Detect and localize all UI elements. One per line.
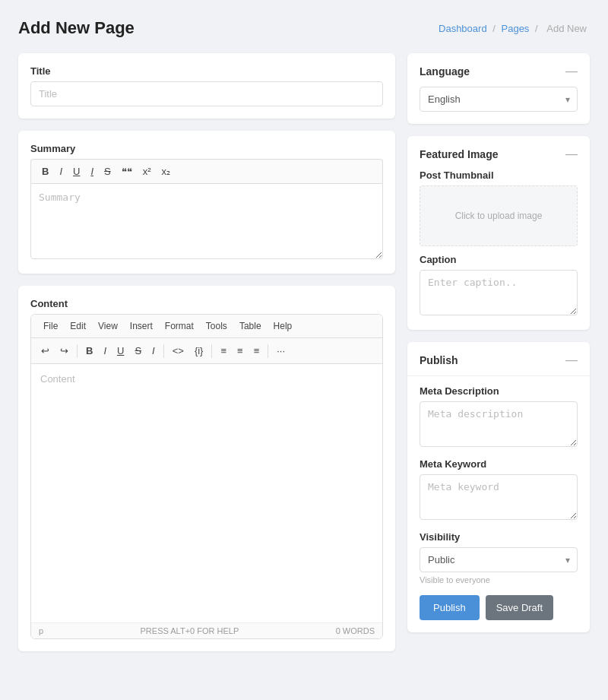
menu-help[interactable]: Help bbox=[268, 318, 299, 334]
content-bold-button[interactable]: B bbox=[82, 343, 97, 359]
language-toggle[interactable]: — bbox=[565, 65, 578, 78]
menu-insert[interactable]: Insert bbox=[124, 318, 159, 334]
featured-image-section-title: Featured Image bbox=[420, 148, 498, 160]
left-panel: Title Summary B I U I S ❝❝ x² x₂ bbox=[18, 53, 395, 651]
content-more-button[interactable]: ··· bbox=[273, 343, 289, 359]
summary-quote-button[interactable]: ❝❝ bbox=[119, 164, 135, 179]
title-label: Title bbox=[30, 65, 383, 77]
breadcrumb: Dashboard / Pages / Add New bbox=[439, 23, 590, 34]
content-footer: p PRESS ALT+0 FOR HELP 0 WORDS bbox=[31, 622, 382, 638]
breadcrumb-pages[interactable]: Pages bbox=[502, 23, 530, 34]
menu-edit[interactable]: Edit bbox=[64, 318, 92, 334]
content-word-count: 0 WORDS bbox=[336, 626, 375, 635]
publish-section-header: Publish — bbox=[420, 354, 578, 366]
right-panel: Language — English Spanish French German… bbox=[407, 53, 590, 632]
toolbar-sep-4 bbox=[268, 344, 268, 358]
language-section-title: Language bbox=[420, 65, 470, 78]
upload-image-text: Click to upload image bbox=[455, 211, 543, 221]
menu-view[interactable]: View bbox=[92, 318, 124, 334]
publish-toggle[interactable]: — bbox=[565, 354, 578, 366]
summary-subscript-button[interactable]: x₂ bbox=[159, 164, 174, 179]
visibility-select[interactable]: Public Private Password Protected bbox=[420, 547, 578, 572]
summary-bold-button[interactable]: B bbox=[39, 164, 52, 179]
featured-image-card: Featured Image — Post Thumbnail Click to… bbox=[407, 136, 590, 330]
publish-actions: Publish Save Draft bbox=[420, 595, 578, 620]
caption-label: Caption bbox=[420, 254, 578, 265]
toolbar-sep-1 bbox=[77, 344, 78, 358]
menu-table[interactable]: Table bbox=[233, 318, 268, 334]
publish-card: Publish — Meta Description Meta Keyword … bbox=[407, 342, 590, 632]
content-underline-button[interactable]: U bbox=[113, 343, 128, 359]
page-title: Add New Page bbox=[18, 18, 135, 38]
post-thumbnail-label: Post Thumbnail bbox=[420, 169, 578, 181]
content-undo-button[interactable]: ↩ bbox=[37, 343, 53, 359]
summary-toolbar: B I U I S ❝❝ x² x₂ bbox=[30, 159, 383, 183]
page-wrapper: Add New Page Dashboard / Pages / Add New… bbox=[0, 0, 608, 670]
summary-underline-button[interactable]: U bbox=[70, 164, 83, 179]
caption-textarea[interactable] bbox=[420, 270, 578, 315]
summary-label: Summary bbox=[30, 143, 383, 154]
content-code-button[interactable]: <> bbox=[169, 343, 188, 359]
publish-section-title: Publish bbox=[420, 354, 458, 366]
content-toolbar: ↩ ↪ B I U S I <> {i} ≡ ≡ ≡ bbox=[31, 338, 382, 364]
page-header: Add New Page Dashboard / Pages / Add New bbox=[18, 18, 590, 38]
toolbar-sep-3 bbox=[211, 344, 212, 358]
breadcrumb-dashboard[interactable]: Dashboard bbox=[439, 23, 487, 34]
save-draft-button[interactable]: Save Draft bbox=[486, 595, 553, 620]
language-select-wrapper: English Spanish French German bbox=[420, 87, 578, 112]
content-align-right-button[interactable]: ≡ bbox=[250, 343, 264, 359]
content-strike-button[interactable]: S bbox=[131, 343, 145, 359]
meta-keyword-label: Meta Keyword bbox=[420, 458, 578, 470]
visibility-select-wrapper: Public Private Password Protected bbox=[420, 547, 578, 572]
content-italic2-button[interactable]: I bbox=[148, 343, 159, 359]
publish-button[interactable]: Publish bbox=[420, 595, 480, 620]
meta-description-textarea[interactable] bbox=[420, 401, 578, 447]
summary-textarea[interactable] bbox=[30, 183, 383, 259]
content-footer-help: PRESS ALT+0 FOR HELP bbox=[141, 626, 239, 635]
summary-superscript-button[interactable]: x² bbox=[140, 164, 154, 179]
main-layout: Title Summary B I U I S ❝❝ x² x₂ bbox=[18, 53, 590, 651]
summary-strikethrough-button[interactable]: S bbox=[101, 164, 114, 179]
meta-description-label: Meta Description bbox=[420, 385, 578, 397]
content-placeholder: Content bbox=[40, 373, 75, 385]
menu-file[interactable]: File bbox=[37, 318, 64, 334]
toolbar-sep-2 bbox=[163, 344, 164, 358]
meta-keyword-textarea[interactable] bbox=[420, 474, 578, 520]
content-redo-button[interactable]: ↪ bbox=[56, 343, 72, 359]
title-input[interactable] bbox=[30, 81, 383, 106]
content-code-block-button[interactable]: {i} bbox=[191, 343, 207, 359]
content-align-center-button[interactable]: ≡ bbox=[233, 343, 247, 359]
content-editable-area[interactable]: Content bbox=[31, 364, 382, 622]
content-label: Content bbox=[30, 298, 383, 309]
summary-italic-button[interactable]: I bbox=[56, 164, 65, 179]
featured-image-section-header: Featured Image — bbox=[420, 148, 578, 160]
visibility-note: Visible to everyone bbox=[420, 575, 578, 584]
menu-format[interactable]: Format bbox=[159, 318, 200, 334]
breadcrumb-current: Add New bbox=[546, 23, 587, 34]
content-card: Content File Edit View Insert Format Too… bbox=[18, 286, 395, 651]
language-section-header: Language — bbox=[420, 65, 578, 78]
menu-tools[interactable]: Tools bbox=[200, 318, 233, 334]
content-align-left-button[interactable]: ≡ bbox=[217, 343, 230, 359]
summary-card: Summary B I U I S ❝❝ x² x₂ bbox=[18, 131, 395, 274]
visibility-label: Visibility bbox=[420, 531, 578, 543]
language-select[interactable]: English Spanish French German bbox=[420, 87, 578, 112]
content-italic-button[interactable]: I bbox=[100, 343, 110, 359]
content-editor-wrapper: File Edit View Insert Format Tools Table… bbox=[30, 314, 383, 639]
upload-image-box[interactable]: Click to upload image bbox=[420, 185, 578, 246]
featured-image-toggle[interactable]: — bbox=[565, 148, 578, 160]
publish-divider bbox=[407, 375, 590, 376]
summary-italic-underline-button[interactable]: I bbox=[87, 164, 97, 179]
title-card: Title bbox=[18, 53, 395, 119]
language-card: Language — English Spanish French German bbox=[407, 53, 590, 124]
content-footer-left: p bbox=[39, 626, 43, 635]
content-menu-bar: File Edit View Insert Format Tools Table… bbox=[31, 315, 382, 338]
